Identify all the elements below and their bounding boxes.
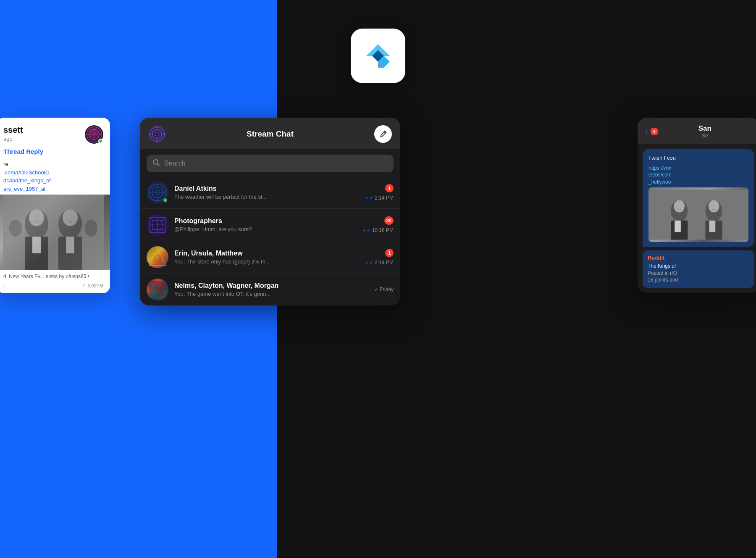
chat-time: ✓✓ 2:14 PM: [365, 195, 394, 201]
chat-info-photographers: Photographers @Philippe: Hmm, are you su…: [174, 217, 357, 232]
message-link[interactable]: https://wwelebs/com_hollywoo: [648, 165, 748, 186]
chat-name: Photographers: [174, 217, 357, 225]
double-check-icon: ✓✓: [365, 260, 373, 266]
online-indicator: [98, 139, 103, 143]
chat-list: Daniel Atkins The weather will be perfec…: [140, 176, 400, 305]
chat-item-erin[interactable]: Erin, Ursula, Matthew You: The store onl…: [140, 241, 400, 274]
right-card-photo: [648, 187, 748, 242]
chat-meta: 1 ✓✓ 2:14 PM: [365, 249, 394, 266]
notification-badge: 4: [651, 128, 658, 135]
right-card-content: I wish I cou https://wwelebs/com_hollywo…: [638, 144, 756, 293]
left-card-link: re .com/r/OldSchoolCdc4bd/the_kings_ofar…: [0, 160, 110, 195]
left-card-footer: t ✓ 3:00PM: [0, 281, 110, 293]
svg-point-16: [29, 209, 44, 226]
chat-meta: 1 ✓✓ 2:14 PM: [365, 184, 394, 201]
svg-point-55: [709, 200, 719, 212]
svg-line-28: [158, 164, 159, 166]
chat-preview: You: The store only has (gasp!) 2% m...: [174, 258, 359, 265]
unread-badge: 1: [385, 249, 394, 257]
avatar-inner: [147, 246, 168, 268]
svg-point-24: [156, 140, 158, 142]
left-card-header: ssett ago: [0, 118, 110, 148]
svg-point-17: [63, 209, 78, 226]
chat-info-daniel: Daniel Atkins The weather will be perfec…: [174, 185, 359, 200]
right-phone-card: ‹ 4 San Se I wish I cou https://wwelebs/…: [638, 118, 756, 293]
double-check-icon: ✓✓: [365, 195, 373, 201]
chat-time: ✓ Friday: [374, 287, 394, 292]
chat-time: ✓✓ 2:14 PM: [365, 260, 394, 266]
chat-header-title: Stream Chat: [166, 129, 374, 139]
chat-preview: @Philippe: Hmm, are you sure?: [174, 226, 357, 232]
chat-info-erin: Erin, Ursula, Matthew You: The store onl…: [174, 250, 359, 265]
online-dot: [163, 197, 168, 203]
left-card-time-ago: ago: [3, 136, 23, 142]
unread-badge: 1: [385, 184, 394, 192]
link-prefix: re: [3, 161, 8, 167]
svg-rect-52: [675, 221, 681, 232]
left-card-photo: [0, 195, 110, 270]
chat-avatar-photographers: [147, 214, 168, 236]
left-card-title: ssett: [3, 125, 23, 135]
footer-text: t: [3, 283, 5, 288]
avatar: [85, 125, 103, 144]
svg-rect-14: [32, 237, 41, 253]
chat-avatar-nelms: [147, 279, 168, 300]
right-card-header: ‹ 4 San Se: [638, 118, 756, 144]
svg-point-42: [154, 255, 161, 262]
left-card-caption: d. New Years Ev... elebs by u/usps85 •: [0, 270, 110, 281]
chat-item-photographers[interactable]: Photographers @Philippe: Hmm, are you su…: [140, 209, 400, 241]
thread-reply-button[interactable]: Thread Reply: [3, 148, 103, 155]
svg-point-19: [85, 220, 97, 237]
svg-point-20: [150, 127, 164, 141]
chat-avatar-erin: [147, 246, 168, 268]
chat-header-avatar: [148, 125, 166, 143]
reddit-card: Reddit The Kings ofPosted in r/O16 point…: [643, 250, 754, 288]
link-url[interactable]: .com/r/OldSchoolCdc4bd/the_kings_ofars_e…: [3, 169, 51, 192]
svg-point-23: [156, 126, 158, 128]
chat-meta: ✓ Friday: [374, 287, 394, 292]
double-check-icon: ✓✓: [362, 227, 371, 233]
back-button[interactable]: ‹: [645, 127, 648, 137]
footer-timestamp: ✓ 3:00PM: [82, 283, 103, 288]
search-input-placeholder: Search: [164, 160, 186, 167]
chat-header: Stream Chat: [140, 118, 400, 149]
chat-avatar-daniel: [147, 182, 168, 203]
right-header-left: ‹ 4: [645, 127, 658, 137]
reddit-title: The Kings ofPosted in r/O16 points and: [648, 263, 749, 284]
right-header-title-group: San Se: [698, 124, 711, 139]
flutter-logo: [351, 29, 405, 83]
svg-point-21: [152, 129, 162, 139]
reddit-label: Reddit: [648, 255, 749, 261]
unread-badge: 80: [384, 216, 394, 225]
chat-info-nelms: Nelms, Clayton, Wagner, Morgan You: The …: [174, 282, 368, 297]
chat-meta: 80 ✓✓ 10:16 PM: [362, 216, 394, 233]
right-header-subtitle: Se: [698, 133, 711, 139]
svg-rect-53: [709, 221, 716, 232]
message-text: I wish I cou: [648, 154, 748, 162]
right-header-title: San: [698, 124, 711, 133]
chat-preview: You: The game went into OT, it's gonn...: [174, 291, 368, 297]
svg-point-22: [155, 132, 159, 136]
bw-photo: [0, 195, 110, 270]
checkmark-icon: ✓: [82, 283, 86, 288]
chat-item-nelms[interactable]: Nelms, Clayton, Wagner, Morgan You: The …: [140, 274, 400, 305]
svg-rect-47: [648, 190, 748, 240]
edit-button[interactable]: [374, 125, 392, 143]
stream-chat-card: Stream Chat Search: [140, 118, 400, 305]
chat-name: Erin, Ursula, Matthew: [174, 250, 359, 257]
check-icon: ✓: [374, 287, 378, 292]
chat-preview: The weather will be perfect for the st..…: [174, 194, 359, 200]
avatar-inner: [147, 214, 168, 236]
message-bubble: I wish I cou https://wwelebs/com_hollywo…: [643, 149, 754, 247]
svg-rect-15: [66, 237, 74, 253]
left-phone-card: ssett ago Thread Reply re .com/r/OldScho…: [0, 118, 110, 293]
avatar-inner: [147, 279, 168, 300]
svg-point-25: [149, 133, 151, 135]
svg-rect-44: [149, 281, 158, 290]
left-card-title-group: ssett ago: [3, 125, 23, 142]
chat-item-daniel[interactable]: Daniel Atkins The weather will be perfec…: [140, 176, 400, 209]
svg-point-26: [163, 133, 165, 135]
chat-name: Nelms, Clayton, Wagner, Morgan: [174, 282, 368, 290]
search-bar[interactable]: Search: [147, 155, 394, 172]
svg-rect-43: [158, 281, 166, 290]
